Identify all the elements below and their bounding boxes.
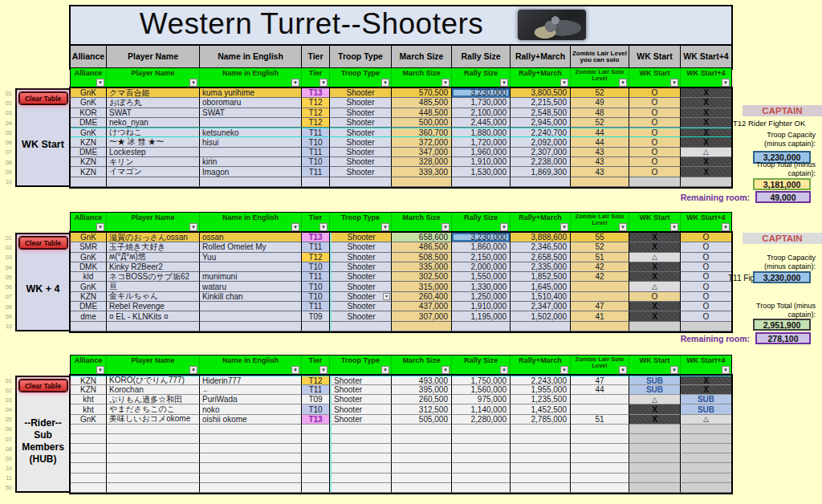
cell-zombie[interactable]: 52 bbox=[571, 118, 629, 128]
cell-rally_march[interactable]: 1,510,400 bbox=[511, 292, 571, 302]
cell-troop[interactable]: Shooter▼ bbox=[330, 292, 392, 302]
filter-dropdown-button[interactable]: ▼ bbox=[96, 79, 104, 87]
cell-player[interactable] bbox=[107, 177, 200, 187]
cell-wk_start[interactable]: X bbox=[629, 242, 681, 252]
cell-rally_march[interactable]: 2,307,000 bbox=[511, 148, 571, 157]
cell-player[interactable]: おぼろ丸 bbox=[107, 98, 200, 108]
cell-wk_start4[interactable] bbox=[681, 322, 731, 331]
filter-zombie[interactable]: Zombie Lair SoloLevel▼ bbox=[571, 356, 629, 375]
cell-english[interactable]: noko bbox=[200, 404, 302, 414]
cell-english[interactable] bbox=[200, 444, 302, 453]
cell-troop[interactable] bbox=[330, 444, 392, 453]
cell-troop[interactable]: Shooter bbox=[330, 311, 392, 321]
cell-wk_start[interactable]: O bbox=[629, 292, 681, 302]
cell-wk_start4[interactable]: SUB bbox=[681, 404, 731, 414]
cell-tier[interactable] bbox=[302, 444, 330, 453]
cell-english[interactable] bbox=[200, 118, 302, 128]
cell-wk_start4[interactable]: X bbox=[681, 137, 731, 147]
cell-wk_start[interactable]: O bbox=[629, 157, 681, 167]
cell-troop[interactable]: Shooter bbox=[330, 385, 392, 395]
cell-english[interactable]: Hiderin777 bbox=[200, 376, 302, 385]
cell-zombie[interactable] bbox=[571, 463, 629, 473]
cell-alliance[interactable] bbox=[71, 483, 107, 493]
cell-zombie[interactable]: 44 bbox=[571, 137, 629, 147]
cell-tier[interactable]: T13 bbox=[302, 415, 330, 425]
cell-tier[interactable]: T10 bbox=[302, 137, 330, 147]
cell-zombie[interactable] bbox=[571, 292, 629, 302]
cell-troop[interactable]: Shooter bbox=[330, 167, 392, 177]
cell-rally_march[interactable] bbox=[511, 453, 571, 463]
cell-tier[interactable] bbox=[302, 322, 330, 331]
cell-player[interactable]: SWAT bbox=[107, 108, 200, 118]
cell-rally_march[interactable]: 2,243,000 bbox=[511, 376, 571, 385]
cell-rally_march[interactable]: 2,548,500 bbox=[511, 108, 571, 118]
cell-wk_start4[interactable]: X bbox=[681, 128, 731, 137]
cell-english[interactable] bbox=[200, 302, 302, 311]
cell-wk_start4[interactable]: SUB bbox=[681, 395, 731, 404]
cell-english[interactable]: oboromaru bbox=[200, 98, 302, 108]
filter-dropdown-button[interactable]: ▼ bbox=[189, 366, 197, 374]
cell-player[interactable] bbox=[107, 463, 200, 473]
cell-english[interactable]: hisui bbox=[200, 137, 302, 147]
cell-wk_start4[interactable]: X bbox=[681, 118, 731, 128]
cell-march[interactable] bbox=[392, 434, 452, 444]
cell-wk_start4[interactable]: X bbox=[681, 157, 731, 167]
cell-wk_start4[interactable]: X bbox=[681, 167, 731, 177]
cell-rally_march[interactable]: 3,888,600 bbox=[511, 233, 571, 242]
filter-tier[interactable]: Tier▼ bbox=[302, 213, 330, 232]
filter-zombie[interactable]: Zombie Lair SoloLevel▼ bbox=[571, 213, 629, 232]
cell-rally[interactable]: 2,000,000 bbox=[452, 262, 511, 272]
cell-english[interactable]: PuriWada bbox=[200, 395, 302, 404]
filter-dropdown-button[interactable]: ▼ bbox=[722, 79, 730, 87]
cell-alliance[interactable] bbox=[71, 434, 107, 444]
cell-troop[interactable]: Shooter bbox=[330, 415, 392, 425]
cell-rally_march[interactable] bbox=[511, 425, 571, 434]
cell-wk_start[interactable]: SUB bbox=[629, 385, 681, 395]
cell-wk_start4[interactable]: O bbox=[681, 253, 731, 262]
cell-player[interactable]: Rebel Revenge bbox=[107, 302, 200, 311]
filter-rally[interactable]: Rally Size▼ bbox=[452, 68, 511, 87]
troop-total-value[interactable]: 2,951,900 bbox=[753, 319, 811, 331]
cell-rally[interactable] bbox=[452, 425, 511, 434]
cell-english[interactable] bbox=[200, 262, 302, 272]
cell-wk_start[interactable]: X bbox=[629, 311, 681, 321]
cell-tier[interactable]: T12 bbox=[302, 98, 330, 108]
cell-alliance[interactable] bbox=[71, 453, 107, 463]
filter-dropdown-button[interactable]: ▼ bbox=[500, 79, 508, 87]
cell-march[interactable]: 335,000 bbox=[392, 262, 452, 272]
cell-march[interactable] bbox=[392, 322, 452, 331]
cell-rally[interactable]: 3,230,000 bbox=[452, 88, 511, 98]
filter-dropdown-button[interactable]: ▼ bbox=[291, 223, 299, 231]
cell-wk_start[interactable] bbox=[629, 483, 681, 493]
cell-player[interactable]: けつねこ bbox=[107, 128, 200, 137]
cell-wk_start4[interactable]: X bbox=[681, 88, 731, 98]
cell-english[interactable] bbox=[200, 434, 302, 444]
filter-wk_start4[interactable]: WK Start+4▼ bbox=[681, 213, 731, 232]
cell-alliance[interactable]: GnK bbox=[71, 88, 107, 98]
clear-table-button[interactable]: Clear Table bbox=[19, 237, 67, 249]
clear-table-button[interactable]: Clear Table bbox=[19, 92, 67, 104]
cell-dropdown-button[interactable]: ▼ bbox=[383, 293, 390, 300]
cell-troop[interactable]: Shooter bbox=[330, 253, 392, 262]
cell-wk_start[interactable]: △ bbox=[629, 395, 681, 404]
cell-english[interactable]: Imagon bbox=[200, 167, 302, 177]
cell-alliance[interactable]: KZN bbox=[71, 385, 107, 395]
cell-march[interactable]: 328,000 bbox=[392, 157, 452, 167]
cell-wk_start[interactable] bbox=[629, 177, 681, 187]
cell-alliance[interactable]: SMR bbox=[71, 242, 107, 252]
filter-rally[interactable]: Rally Size▼ bbox=[452, 356, 511, 375]
cell-zombie[interactable]: 41 bbox=[571, 311, 629, 321]
cell-wk_start4[interactable]: O bbox=[681, 292, 731, 302]
cell-player[interactable]: Korochan bbox=[107, 385, 200, 395]
cell-alliance[interactable]: KZN bbox=[71, 167, 107, 177]
cell-tier[interactable]: T11 bbox=[302, 272, 330, 282]
cell-tier[interactable] bbox=[302, 463, 330, 473]
cell-alliance[interactable]: GnK bbox=[71, 253, 107, 262]
cell-troop[interactable]: Shooter bbox=[330, 108, 392, 118]
cell-wk_start[interactable]: X bbox=[629, 272, 681, 282]
cell-wk_start[interactable]: O bbox=[629, 137, 681, 147]
cell-player[interactable]: 美味しいおコメokome bbox=[107, 415, 200, 425]
cell-wk_start4[interactable]: O bbox=[681, 262, 731, 272]
cell-zombie[interactable]: 43 bbox=[571, 148, 629, 157]
cell-troop[interactable] bbox=[330, 177, 392, 187]
